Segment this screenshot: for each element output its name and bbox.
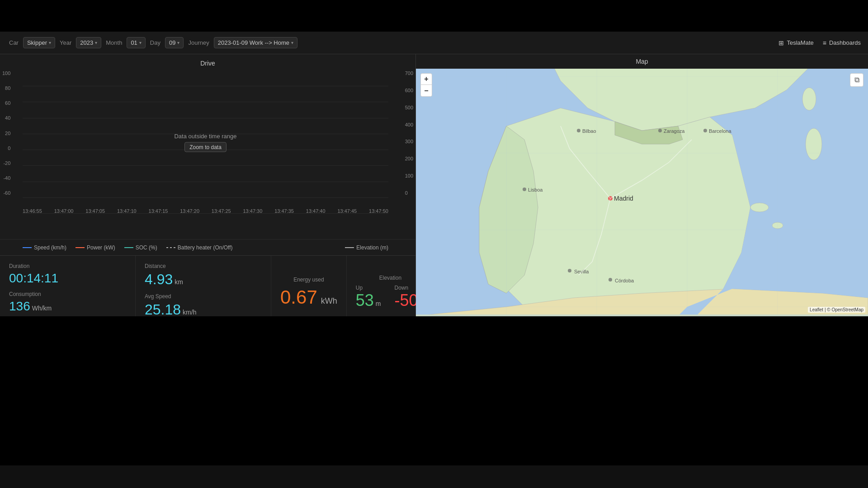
svg-point-4: [806, 128, 822, 160]
svg-point-17: [609, 278, 612, 282]
legend-speed: Speed (km/h): [23, 244, 66, 251]
svg-text:Sevilla: Sevilla: [574, 269, 589, 274]
car-value: Skipper: [27, 39, 47, 46]
dashboards-label: Dashboards: [829, 39, 861, 46]
chart-container: Drive 100 80 60 40 20 0 -20 -40 -60: [0, 54, 415, 239]
x-axis: 13:46:55 13:47:00 13:47:05 13:47:10 13:4…: [23, 208, 388, 214]
dashboards-link[interactable]: ≡ Dashboards: [823, 39, 861, 47]
left-panel: Drive 100 80 60 40 20 0 -20 -40 -60: [0, 54, 416, 316]
day-value: 09: [169, 39, 175, 46]
month-label: Month: [104, 39, 124, 46]
consumption-label: Consumption: [9, 291, 126, 297]
layers-icon: ⧉: [854, 76, 859, 84]
duration-value: 00:14:11: [9, 271, 126, 286]
map-layer-button[interactable]: ⧉: [850, 73, 863, 87]
map-controls: + −: [420, 73, 432, 97]
svg-point-9: [577, 129, 580, 132]
energy-unit: kWh: [321, 296, 337, 306]
grid-icon: ⊞: [778, 39, 784, 47]
legend-battery-heater: Battery heater (On/Off): [166, 244, 233, 251]
soc-label: SOC (%): [136, 244, 157, 251]
car-dropdown[interactable]: Skipper ▾: [23, 37, 55, 48]
battery-heater-line-icon: [166, 247, 175, 248]
chart-legend: Speed (km/h) Power (kW) SOC (%) Battery …: [0, 239, 415, 255]
legend-power: Power (kW): [75, 244, 115, 251]
svg-text:Madrid: Madrid: [614, 195, 633, 202]
map-svg: Madrid Lisboa Bilbao Barcelona Zaragoza …: [416, 69, 868, 314]
svg-point-13: [658, 129, 662, 132]
avg-speed-value: 25.18: [145, 301, 181, 318]
speed-label: Speed (km/h): [34, 244, 66, 251]
year-value: 2023: [80, 39, 93, 46]
year-dropdown[interactable]: 2023 ▾: [76, 37, 101, 48]
chevron-down-icon: ▾: [95, 40, 97, 45]
legend-elevation: Elevation (m): [345, 244, 388, 251]
consumption-unit: Wh/km: [32, 305, 52, 312]
car-label: Car: [7, 39, 20, 46]
energy-value: 0.67: [280, 286, 317, 308]
svg-text:Barcelona: Barcelona: [709, 128, 731, 134]
power-label: Power (kW): [87, 244, 115, 251]
elevation-up-label: Up: [356, 285, 381, 291]
journey-label: Journey: [186, 39, 211, 46]
day-dropdown[interactable]: 09 ▾: [165, 37, 184, 48]
month-value: 01: [131, 39, 137, 46]
chevron-down-icon: ▾: [177, 40, 179, 45]
elevation-label: Elevation (m): [356, 244, 388, 251]
consumption-value: 136: [9, 299, 30, 314]
elevation-down-value: -50: [394, 291, 418, 310]
avg-speed-unit: km/h: [183, 309, 196, 316]
outside-range-text: Data outside time range: [174, 132, 236, 139]
speed-line-icon: [23, 247, 32, 248]
elevation-up-value: 53: [356, 291, 374, 310]
chart-title: Drive: [0, 60, 415, 67]
svg-point-11: [703, 129, 707, 132]
svg-text:Lisboa: Lisboa: [528, 187, 543, 192]
chart-message: Data outside time range Zoom to data: [174, 132, 236, 152]
svg-text:Bilbao: Bilbao: [582, 128, 596, 134]
svg-point-7: [523, 188, 526, 191]
duration-label: Duration: [9, 263, 126, 269]
chevron-down-icon: ▾: [291, 40, 293, 45]
elevation-line-icon: [345, 247, 354, 248]
chevron-down-icon: ▾: [49, 40, 51, 45]
stats-panel: Duration 00:14:11 Consumption 136 Wh/km: [0, 255, 415, 316]
chevron-down-icon: ▾: [139, 40, 142, 45]
avg-speed-label: Avg Speed: [145, 293, 262, 300]
teslamate-label: TeslaMate: [787, 39, 813, 46]
y-axis-right: 700 600 500 400 300 200 100 0: [405, 70, 413, 196]
elevation-label: Elevation: [356, 275, 425, 281]
distance-label: Distance: [145, 263, 262, 269]
svg-text:Córdoba: Córdoba: [615, 278, 634, 283]
energy-label: Energy used: [280, 277, 337, 283]
svg-point-1: [750, 203, 769, 212]
map-area: Madrid Lisboa Bilbao Barcelona Zaragoza …: [416, 69, 868, 314]
right-panel: Map: [416, 54, 868, 316]
journey-dropdown[interactable]: 2023-01-09 Work --> Home ▾: [214, 37, 297, 48]
svg-point-15: [568, 269, 571, 272]
legend-soc: SOC (%): [124, 244, 157, 251]
topbar: Car Skipper ▾ Year 2023 ▾ Month 01 ▾ Day…: [0, 32, 868, 54]
map-attribution: Leaflet | © OpenStreetMap: [808, 307, 865, 313]
distance-unit: km: [175, 278, 183, 286]
soc-line-icon: [124, 247, 133, 248]
year-label: Year: [58, 39, 73, 46]
battery-heater-label: Battery heater (On/Off): [178, 244, 233, 251]
zoom-out-button[interactable]: −: [420, 85, 432, 97]
day-label: Day: [148, 39, 162, 46]
chart-area: 100 80 60 40 20 0 -20 -40 -60 700 600: [23, 70, 388, 214]
teslamate-link[interactable]: ⊞ TeslaMate: [778, 39, 813, 47]
month-dropdown[interactable]: 01 ▾: [127, 37, 145, 48]
distance-value: 4.93: [145, 271, 173, 288]
elevation-up: Up 53 m: [356, 285, 381, 310]
y-axis-left: 100 80 60 40 20 0 -20 -40 -60: [2, 70, 10, 196]
elevation-up-unit: m: [376, 300, 381, 307]
zoom-in-button[interactable]: +: [420, 73, 432, 85]
svg-text:Zaragoza: Zaragoza: [664, 128, 685, 134]
svg-point-3: [802, 88, 816, 110]
power-line-icon: [75, 247, 85, 248]
map-title: Map: [416, 54, 868, 69]
journey-value: 2023-01-09 Work --> Home: [218, 39, 289, 46]
menu-icon: ≡: [823, 39, 826, 47]
zoom-to-data-button[interactable]: Zoom to data: [184, 142, 226, 152]
